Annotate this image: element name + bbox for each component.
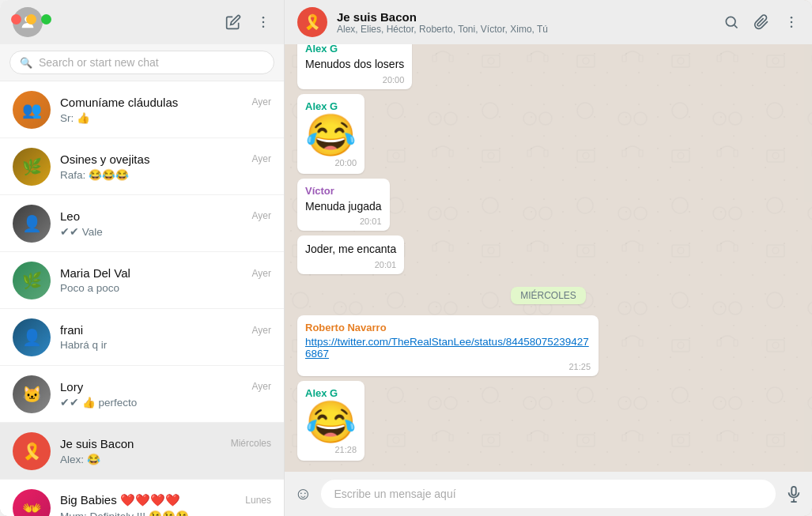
chat-time: Ayer <box>252 325 271 336</box>
app-container: 🔍 👥Comuníame cláudulasAyerSr: 👍🌿Osines y… <box>0 0 812 516</box>
search-input[interactable] <box>39 56 264 69</box>
chat-avatar: 👤 <box>13 318 51 356</box>
chat-avatar[interactable]: 🎗️ <box>297 7 327 37</box>
message-time: 20:01 <box>305 260 396 269</box>
chat-info: Je suis BaconMiércolesAlex: 😂 <box>60 437 271 465</box>
chat-avatar: 👤 <box>13 205 51 243</box>
chat-time: Miércoles <box>231 438 271 449</box>
chat-header-icons <box>723 14 799 30</box>
chat-preview: Poco a poco <box>60 282 271 294</box>
message-text: Joder, me encanta <box>305 242 396 258</box>
chat-name: Big Babies ❤️❤️❤️❤️ <box>60 493 180 507</box>
chat-item-lory[interactable]: 🐱LoryAyer✔✔ 👍 perfecto <box>0 366 284 423</box>
chat-main: 🎗️ Je suis Bacon Alex, Elies, Héctor, Ro… <box>285 0 812 516</box>
compose-button[interactable] <box>225 14 241 30</box>
sidebar: 🔍 👥Comuníame cláudulasAyerSr: 👍🌿Osines y… <box>0 0 285 516</box>
chat-avatar: 🎗️ <box>13 432 51 470</box>
chat-header: 🎗️ Je suis Bacon Alex, Elies, Héctor, Ro… <box>285 0 812 44</box>
chat-time: Ayer <box>252 153 271 164</box>
chat-name: frani <box>60 323 83 337</box>
date-badge: MIÉRCOLES <box>297 287 799 304</box>
chat-preview: Rafa: 😂😂😂 <box>60 168 271 181</box>
message-input[interactable] <box>321 480 776 508</box>
svg-point-14 <box>791 21 793 24</box>
sidebar-header-icons <box>225 14 271 30</box>
chat-avatar: 🌿 <box>13 262 51 299</box>
chat-info: LoryAyer✔✔ 👍 perfecto <box>60 380 271 409</box>
svg-point-15 <box>791 26 793 28</box>
sender-name: Roberto Navarro <box>305 322 591 333</box>
message-time: 20:00 <box>305 158 357 168</box>
messages-area: 19:59Alex GMenudos dos losers20:00Alex G… <box>285 44 812 472</box>
svg-point-13 <box>791 17 793 19</box>
window-controls <box>11 14 51 24</box>
chat-name: Leo <box>60 209 80 223</box>
sender-name: Víctor <box>305 185 382 197</box>
chat-item-comunico[interactable]: 👥Comuníame cláudulasAyerSr: 👍 <box>0 81 284 138</box>
svg-point-3 <box>262 26 265 28</box>
svg-point-12 <box>726 17 735 26</box>
message-bubble-incoming: VíctorMenuda jugada20:01 <box>297 179 390 232</box>
message-bubble-incoming: Joder, me encanta20:01 <box>297 235 404 274</box>
chat-time: Ayer <box>252 268 271 279</box>
chat-item-maria[interactable]: 🌿Maria Del ValAyerPoco a poco <box>0 252 284 309</box>
chat-name: Lory <box>60 380 83 394</box>
chat-avatar: 🐱 <box>13 375 51 413</box>
chat-info: Big Babies ❤️❤️❤️❤️LunesMum: Definitely … <box>60 493 271 516</box>
chat-time: Ayer <box>252 96 271 107</box>
chat-info: Osines y ovejitasAyerRafa: 😂😂😂 <box>60 153 271 181</box>
chat-preview: Sr: 👍 <box>60 111 271 124</box>
chat-time: Lunes <box>245 495 271 506</box>
search-bar: 🔍 <box>0 44 284 81</box>
search-wrapper: 🔍 <box>9 51 274 74</box>
emoji-bubble: Alex G😂21:28 <box>297 381 364 461</box>
message-text: Menuda jugada <box>305 199 382 215</box>
sender-name: Alex G <box>305 44 404 55</box>
emoji-content: 😂 <box>305 115 357 156</box>
chat-name: Comuníame cláudulas <box>60 96 178 109</box>
emoji-content: 😂 <box>305 401 357 443</box>
search-button[interactable] <box>723 14 739 30</box>
chat-item-bigbabies[interactable]: 👐Big Babies ❤️❤️❤️❤️LunesMum: Definitely… <box>0 480 284 516</box>
mic-button[interactable] <box>785 485 803 503</box>
chat-info: Maria Del ValAyerPoco a poco <box>60 266 271 294</box>
message-text: Menudos dos losers <box>305 57 404 73</box>
maximize-button[interactable] <box>41 14 51 24</box>
message-bubble-link: Roberto Navarrohttps://twitter.com/TheRe… <box>297 315 599 376</box>
chat-name: Je suis Bacon <box>337 10 714 24</box>
message-time: 21:25 <box>305 362 591 371</box>
message-link[interactable]: https://twitter.com/TheRealStanLee/statu… <box>305 336 591 360</box>
chat-item-jesuisbacon[interactable]: 🎗️Je suis BaconMiércolesAlex: 😂 <box>0 423 284 480</box>
emoji-message-group: Alex G😂20:00 <box>297 94 799 175</box>
chat-item-frani[interactable]: 👤franiAyerHabrá q ir <box>0 309 284 366</box>
chat-preview: ✔✔ 👍 perfecto <box>60 396 271 409</box>
message-time: 20:01 <box>305 217 382 226</box>
chat-name: Osines y ovejitas <box>60 153 149 166</box>
chat-time: Ayer <box>252 381 271 392</box>
emoji-button[interactable]: ☺ <box>294 484 312 504</box>
chat-item-leo[interactable]: 👤LeoAyer✔✔ Vale <box>0 195 284 252</box>
message-time: 21:28 <box>305 445 357 454</box>
close-button[interactable] <box>11 14 21 24</box>
chat-preview: ✔✔ Vale <box>60 225 271 238</box>
chat-info: Comuníame cláudulasAyerSr: 👍 <box>60 96 271 124</box>
emoji-bubble: Alex G😂20:00 <box>297 94 364 174</box>
emoji-message-group: Alex G😂21:28 <box>297 381 799 462</box>
chat-menu-button[interactable] <box>784 14 799 30</box>
menu-dropdown-button[interactable] <box>255 14 271 30</box>
search-icon: 🔍 <box>20 57 32 69</box>
chat-time: Ayer <box>252 210 271 221</box>
chat-avatar: 🌿 <box>13 148 51 186</box>
chat-name: Maria Del Val <box>60 266 130 280</box>
chat-item-osines[interactable]: 🌿Osines y ovejitasAyerRafa: 😂😂😂 <box>0 138 284 195</box>
chat-preview: Mum: Definitely !!! 😘😘😘 <box>60 510 271 516</box>
minimize-button[interactable] <box>26 14 36 24</box>
chat-avatar: 👐 <box>13 489 51 517</box>
chat-preview: Habrá q ir <box>60 339 271 351</box>
chat-info: franiAyerHabrá q ir <box>60 323 271 351</box>
chat-list: 👥Comuníame cláudulasAyerSr: 👍🌿Osines y o… <box>0 81 284 516</box>
svg-point-1 <box>262 17 265 19</box>
chat-input-bar: ☺ <box>285 472 812 516</box>
attach-button[interactable] <box>753 14 769 30</box>
message-bubble-incoming: Alex GMenudos dos losers20:00 <box>297 44 412 89</box>
